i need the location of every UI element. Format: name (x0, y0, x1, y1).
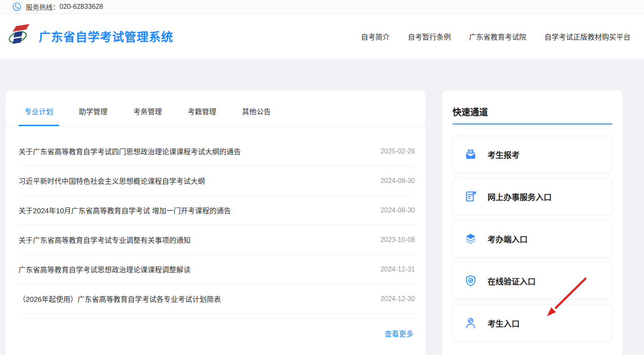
header-nav-link[interactable]: 自考暂行条例 (408, 31, 451, 42)
view-more-link[interactable]: 查看更多 (385, 330, 413, 338)
quick-channel-underline (453, 118, 612, 124)
news-tab-label: 其他公告 (242, 108, 271, 116)
main-content: 专业计划 助学管理 考务管理 考籍管理 其他公告 (0, 59, 644, 355)
announcement-date: 2024-08-30 (380, 177, 415, 185)
form-arrow-icon (464, 190, 477, 203)
inbox-icon (464, 148, 477, 161)
announcement-tabs: 专业计划 助学管理 考务管理 考籍管理 其他公告 (6, 91, 425, 126)
announcement-list: 关于广东省高等教育自学考试四门思想政治理论课课程考试大纲的通告 2025-02-… (6, 126, 425, 314)
announcement-date: 2025-02-26 (380, 148, 415, 155)
quick-link-label: 考生报考 (488, 149, 520, 160)
shield-check-icon (464, 274, 477, 287)
announcement-title[interactable]: 广东省高等教育自学考试思想政治理论课课程调整解读 (19, 264, 191, 274)
announcement-date: 2024-12-30 (380, 295, 415, 303)
news-tab[interactable]: 助学管理 (73, 96, 113, 126)
quick-link-label: 网上办事服务入口 (488, 191, 552, 202)
announcement-date: 2024-12-31 (380, 266, 415, 273)
hotline-number: 020-62833628 (59, 3, 103, 11)
news-tab-label: 考务管理 (133, 108, 162, 116)
phone-icon (13, 3, 21, 11)
service-hotline-bar: 服务热线： 020-62833628 (0, 0, 644, 14)
quick-link-item[interactable]: 考生入口 (453, 304, 612, 342)
quick-link-item[interactable]: 在线验证入口 (453, 262, 612, 299)
news-tab-label: 助学管理 (79, 108, 108, 116)
quick-link-item[interactable]: 考生报考 (453, 136, 612, 173)
news-tab[interactable]: 其他公告 (236, 96, 277, 126)
hotline-label: 服务热线： (26, 2, 59, 12)
announcement-panel: 专业计划 助学管理 考务管理 考籍管理 其他公告 (6, 91, 425, 355)
news-tab[interactable]: 考籍管理 (182, 96, 222, 126)
announcement-row[interactable]: 习近平新时代中国特色社会主义思想概论课程自学考试大纲 2024-08-30 (19, 166, 415, 196)
quick-link-label: 在线验证入口 (488, 275, 536, 287)
news-tab-label: 考籍管理 (188, 108, 216, 116)
announcement-title[interactable]: 关于2024年10月广东省高等教育自学考试 增加一门开考课程的通告 (19, 205, 231, 215)
announcement-title[interactable]: 习近平新时代中国特色社会主义思想概论课程自学考试大纲 (19, 175, 205, 186)
announcement-title[interactable]: （2026年起使用）广东省高等教育自学考试各专业考试计划简表 (19, 293, 221, 304)
announcement-row[interactable]: 关于2024年10月广东省高等教育自学考试 增加一门开考课程的通告 2024-0… (19, 196, 415, 225)
announcement-row[interactable]: （2026年起使用）广东省高等教育自学考试各专业考试计划简表 2024-12-3… (19, 284, 415, 314)
header-nav: 自考简介 自考暂行条例 广东省教育考试院 自学考试正版教材购买平台 (343, 31, 631, 42)
announcement-row[interactable]: 关于广东省高等教育自学考试四门思想政治理论课课程考试大纲的通告 2025-02-… (19, 137, 415, 166)
announcement-title[interactable]: 关于广东省高等教育自学考试专业调整有关事项的通知 (19, 234, 191, 245)
quick-channel-panel: 快速通道 考生报考 网上办事服务入口 (442, 91, 622, 355)
quick-link-label: 考生入口 (488, 317, 520, 329)
announcement-row[interactable]: 广东省高等教育自学考试思想政治理论课课程调整解读 2024-12-31 (19, 255, 415, 284)
announcement-row[interactable]: 关于广东省高等教育自学考试专业调整有关事项的通知 2023-10-08 (19, 225, 415, 255)
announcement-date: 2024-08-30 (380, 207, 415, 214)
quick-channel-title: 快速通道 (453, 105, 612, 118)
user-icon (464, 317, 477, 329)
quick-link-item[interactable]: 网上办事服务入口 (453, 178, 612, 215)
announcement-date: 2023-10-08 (380, 236, 415, 244)
header-nav-link[interactable]: 广东省教育考试院 (469, 31, 526, 42)
more-row: 查看更多 (6, 319, 425, 339)
news-tab[interactable]: 专业计划 (19, 96, 59, 126)
announcement-title[interactable]: 关于广东省高等教育自学考试四门思想政治理论课课程考试大纲的通告 (19, 146, 241, 156)
site-title: 广东省自学考试管理系统 (39, 28, 173, 45)
quick-link-label: 考办端入口 (488, 233, 528, 245)
site-header: 广东省自学考试管理系统 自考简介 自考暂行条例 广东省教育考试院 自学考试正版教… (0, 14, 644, 59)
site-logo-icon (8, 23, 32, 49)
quick-link-item[interactable]: 考办端入口 (453, 220, 612, 257)
news-tab-label: 专业计划 (24, 108, 53, 116)
layers-icon (464, 232, 477, 245)
header-nav-link[interactable]: 自考简介 (361, 31, 390, 42)
header-nav-link[interactable]: 自学考试正版教材购买平台 (544, 31, 631, 42)
list-footer-divider (19, 314, 415, 319)
news-tab[interactable]: 考务管理 (127, 96, 168, 126)
